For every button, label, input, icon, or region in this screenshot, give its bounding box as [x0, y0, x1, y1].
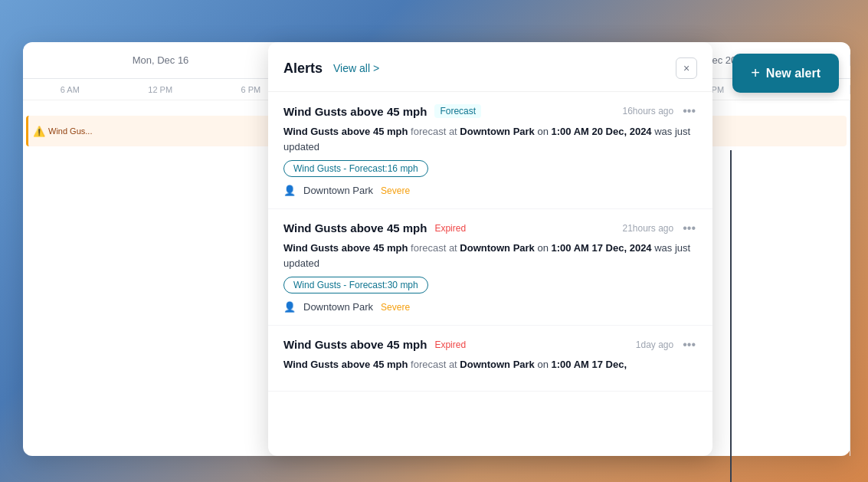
alert-item-0-location: Downtown Park: [303, 185, 373, 196]
alert-item-0-more[interactable]: •••: [681, 105, 697, 117]
alert-item-0-header: Wind Gusts above 45 mph Forecast 16hours…: [283, 104, 697, 118]
event-label-mon: Wind Gus...: [48, 126, 92, 136]
desc-bold-1-1: Wind Gusts above 45 mph: [283, 242, 408, 254]
alert-item-1-title-group: Wind Gusts above 45 mph Expired: [283, 221, 466, 234]
alert-item-0-status: Forecast: [434, 104, 481, 118]
alert-item-2-meta: 1day ago •••: [636, 339, 697, 351]
alerts-title: Alerts: [283, 61, 323, 77]
alert-item-2-status: Expired: [434, 339, 466, 350]
desc-bold-2-1: Downtown Park: [460, 242, 535, 254]
desc-on: on: [535, 126, 552, 137]
close-button[interactable]: ×: [676, 57, 697, 79]
alert-item-1-severity: Severe: [381, 302, 410, 313]
location-icon-0: 👤: [283, 185, 296, 196]
alert-item-1-more[interactable]: •••: [681, 222, 697, 234]
alert-item-0-description: Wind Gusts above 45 mph forecast at Down…: [283, 124, 697, 154]
location-icon-1: 👤: [283, 301, 296, 313]
warning-icon-mon: ⚠️: [33, 126, 45, 137]
desc-on-1: on: [535, 242, 552, 254]
alerts-header-left: Alerts View all >: [283, 61, 379, 77]
alert-item-2-time: 1day ago: [636, 339, 673, 350]
alert-item-0: Wind Gusts above 45 mph Forecast 16hours…: [268, 92, 712, 209]
time-label-6pm-mon: 6 PM: [241, 85, 261, 94]
alert-item-0-title: Wind Gusts above 45 mph: [283, 105, 427, 118]
view-all-link[interactable]: View all >: [333, 62, 379, 74]
alert-item-2-description: Wind Gusts above 45 mph forecast at Down…: [283, 357, 697, 372]
alert-item-1: Wind Gusts above 45 mph Expired 21hours …: [268, 209, 712, 326]
desc-mid: forecast at: [408, 126, 460, 137]
calendar-day-mon: Mon, Dec 16: [23, 54, 299, 66]
new-alert-label: New alert: [766, 67, 821, 80]
event-block-mon: ⚠️ Wind Gus...: [26, 116, 295, 146]
mon-label: Mon, Dec 16: [133, 54, 189, 66]
alerts-panel: Alerts View all > × Wind Gusts above 45 …: [268, 42, 712, 456]
alert-item-2-header: Wind Gusts above 45 mph Expired 1day ago…: [283, 338, 697, 351]
alert-item-2: Wind Gusts above 45 mph Expired 1day ago…: [268, 326, 712, 392]
desc-bold-3: 1:00 AM 20 Dec, 2024: [552, 126, 652, 137]
alert-item-1-footer: 👤 Downtown Park Severe: [283, 301, 697, 313]
desc-bold-3-1: 1:00 AM 17 Dec, 2024: [552, 242, 652, 254]
desc-bold-1-2: Wind Gusts above 45 mph: [283, 359, 408, 370]
alert-item-1-description: Wind Gusts above 45 mph forecast at Down…: [283, 241, 697, 271]
alerts-panel-header: Alerts View all > ×: [268, 42, 712, 92]
desc-mid-2: forecast at: [408, 359, 460, 370]
alert-item-0-severity: Severe: [381, 185, 410, 196]
time-label-12pm-mon: 12 PM: [148, 85, 172, 94]
alert-item-2-title: Wind Gusts above 45 mph: [283, 338, 427, 351]
alert-item-0-footer: 👤 Downtown Park Severe: [283, 185, 697, 196]
time-slot-mon: 6 AM 12 PM 6 PM: [23, 85, 299, 94]
plus-icon: +: [751, 64, 760, 82]
alert-item-0-meta: 16hours ago •••: [622, 105, 697, 117]
alert-item-2-title-group: Wind Gusts above 45 mph Expired: [283, 338, 466, 351]
cal-col-mon: ⚠️ Wind Gus...: [23, 100, 299, 456]
alert-item-1-title: Wind Gusts above 45 mph: [283, 221, 427, 234]
desc-on-2: on: [535, 359, 552, 370]
time-label-6am-mon: 6 AM: [61, 85, 80, 94]
desc-bold-2: Downtown Park: [460, 126, 535, 137]
desc-bold-1: Wind Gusts above 45 mph: [283, 126, 408, 137]
alert-item-1-header: Wind Gusts above 45 mph Expired 21hours …: [283, 221, 697, 234]
alert-item-1-status: Expired: [434, 223, 466, 234]
timeline-line: [730, 150, 732, 482]
alert-item-1-tag: Wind Gusts - Forecast:30 mph: [283, 277, 428, 293]
new-alert-button[interactable]: + New alert: [732, 54, 839, 93]
alert-item-1-meta: 21hours ago •••: [622, 222, 697, 234]
desc-bold-3-2: 1:00 AM 17 Dec,: [552, 359, 627, 370]
alert-item-0-tag: Wind Gusts - Forecast:16 mph: [283, 160, 428, 177]
desc-bold-2-2: Downtown Park: [460, 359, 535, 370]
alert-item-2-more[interactable]: •••: [681, 339, 697, 351]
alert-item-0-title-group: Wind Gusts above 45 mph Forecast: [283, 104, 481, 118]
desc-mid-1: forecast at: [408, 242, 460, 254]
alert-item-1-time: 21hours ago: [622, 223, 673, 234]
alert-item-0-time: 16hours ago: [622, 106, 673, 116]
alert-item-1-location: Downtown Park: [303, 301, 373, 313]
alerts-list: Wind Gusts above 45 mph Forecast 16hours…: [268, 92, 712, 456]
